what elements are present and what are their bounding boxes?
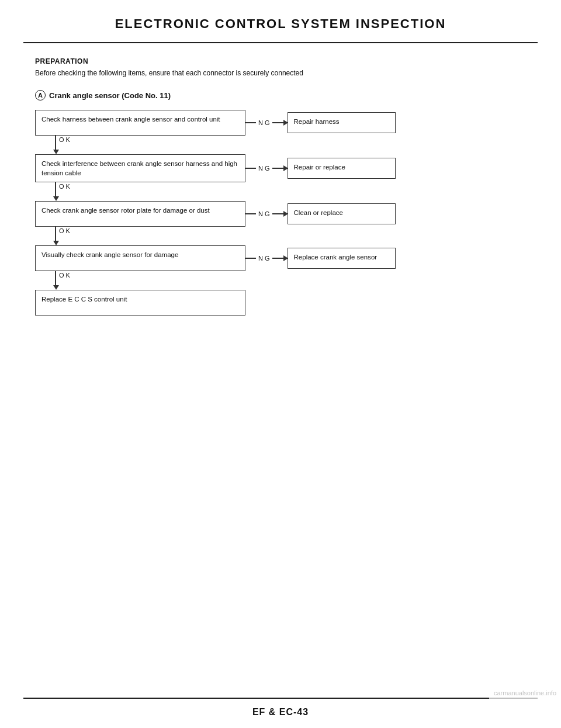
step1-ng-label: N G xyxy=(256,119,272,126)
vline-3b xyxy=(55,235,56,241)
step3-line2 xyxy=(272,213,278,214)
arrow-down-1 xyxy=(53,150,59,154)
step3-line1 xyxy=(245,213,256,214)
flow-step-1: Check harness between crank angle sensor… xyxy=(35,110,526,136)
ok-block-2: O K xyxy=(35,182,526,201)
watermark: carmanualsonline.info xyxy=(489,687,561,699)
preparation-subtext: Before checking the following items, ens… xyxy=(35,69,526,77)
step2-ng-label: N G xyxy=(256,165,272,172)
final-box: Replace E C C S control unit xyxy=(35,290,245,316)
step3-right-box: Clean or replace xyxy=(288,203,396,224)
vline-4b xyxy=(55,279,56,285)
step2-line2 xyxy=(272,168,278,169)
step4-line1 xyxy=(245,258,256,259)
ok-text-3: O K xyxy=(59,227,70,234)
step4-left-box: Visually check crank angle sensor for da… xyxy=(35,245,245,271)
page-title: ELECTRONIC CONTROL SYSTEM INSPECTION xyxy=(0,0,561,42)
flow-final-row: Replace E C C S control unit xyxy=(35,290,526,316)
circle-a-icon: A xyxy=(35,90,46,100)
step4-right-box: Replace crank angle sensor xyxy=(288,248,396,269)
ok-text-2: O K xyxy=(59,183,70,190)
page-footer: EF & EC-43 xyxy=(0,699,561,728)
step1-arrow xyxy=(278,122,288,123)
content-area: PREPARATION Before checking the followin… xyxy=(0,43,561,512)
step1-left-box: Check harness between crank angle sensor… xyxy=(35,110,245,136)
ok-text-1: O K xyxy=(59,136,70,143)
vline-2a xyxy=(55,182,56,190)
step4-ng-label: N G xyxy=(256,255,272,262)
flow-step-3: Check crank angle sensor rotor plate for… xyxy=(35,201,526,227)
arrow-down-2 xyxy=(53,196,59,201)
flowchart: Check harness between crank angle sensor… xyxy=(35,110,526,316)
step1-line1 xyxy=(245,122,256,123)
vline-1a xyxy=(55,136,56,144)
step2-arrow xyxy=(278,168,288,169)
step3-left-box: Check crank angle sensor rotor plate for… xyxy=(35,201,245,227)
section-a-text: Crank angle sensor (Code No. 11) xyxy=(49,91,171,100)
step1-line2 xyxy=(272,122,278,123)
step2-line1 xyxy=(245,168,256,169)
preparation-heading: PREPARATION xyxy=(35,57,526,65)
flow-step-2: Check interference between crank angle s… xyxy=(35,154,526,182)
ok-block-4: O K xyxy=(35,271,526,290)
arrow-down-3 xyxy=(53,241,59,245)
step2-left-box: Check interference between crank angle s… xyxy=(35,154,245,182)
spacer xyxy=(0,512,561,698)
arrow-down-4 xyxy=(53,285,59,290)
step1-right-box: Repair harness xyxy=(288,112,396,133)
ok-text-4: O K xyxy=(59,272,70,279)
vline-3a xyxy=(55,227,56,235)
step3-ng-label: N G xyxy=(256,210,272,217)
ok-block-1: O K xyxy=(35,136,526,154)
section-a-label: A Crank angle sensor (Code No. 11) xyxy=(35,90,526,100)
step4-arrow xyxy=(278,258,288,259)
vline-4a xyxy=(55,271,56,279)
step4-line2 xyxy=(272,258,278,259)
vline-2b xyxy=(55,190,56,196)
step3-arrow xyxy=(278,213,288,214)
ok-block-3: O K xyxy=(35,227,526,245)
step2-right-box: Repair or replace xyxy=(288,158,396,179)
flow-step-4: Visually check crank angle sensor for da… xyxy=(35,245,526,271)
page-container: ELECTRONIC CONTROL SYSTEM INSPECTION PRE… xyxy=(0,0,561,728)
vline-1b xyxy=(55,144,56,150)
